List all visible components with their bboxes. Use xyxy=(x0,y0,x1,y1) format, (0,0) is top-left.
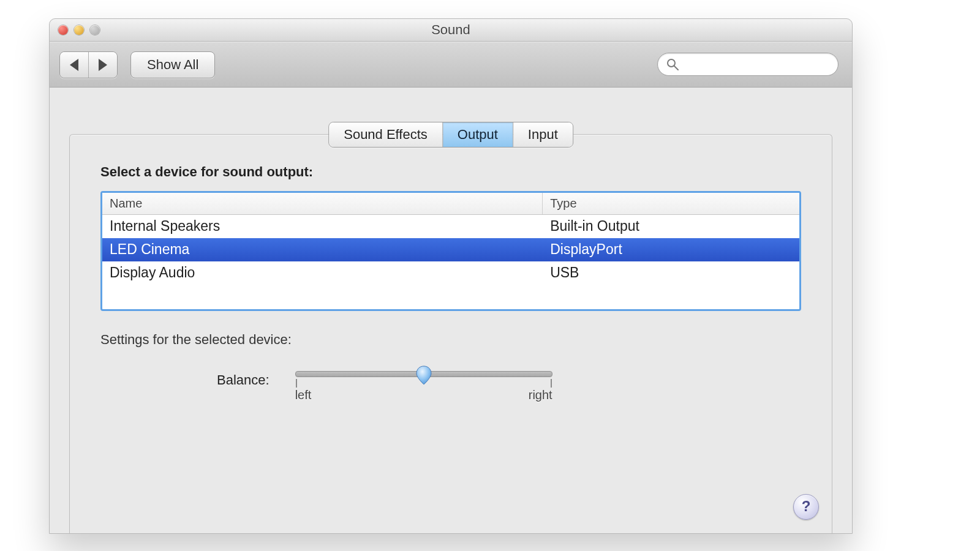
device-type: Built-in Output xyxy=(543,215,799,238)
settings-label: Settings for the selected device: xyxy=(100,332,801,348)
titlebar: Sound xyxy=(50,19,852,42)
window-controls xyxy=(58,25,100,35)
back-button[interactable] xyxy=(60,52,88,78)
svg-line-1 xyxy=(674,66,678,70)
search-icon xyxy=(666,58,679,70)
nav-buttons xyxy=(59,51,118,78)
device-name: Display Audio xyxy=(102,261,543,285)
balance-slider[interactable]: left right xyxy=(295,371,552,402)
toolbar: Show All xyxy=(50,42,852,88)
show-all-button[interactable]: Show All xyxy=(130,51,215,78)
slider-captions: left right xyxy=(295,388,552,402)
svg-point-0 xyxy=(668,59,675,67)
sound-preferences-window: Sound Show All Sound xyxy=(49,18,853,534)
device-type: DisplayPort xyxy=(543,238,799,261)
slider-tick-left xyxy=(296,379,297,388)
window-title: Sound xyxy=(50,19,852,41)
table-header: Name Type xyxy=(102,193,799,215)
tab-sound-effects[interactable]: Sound Effects xyxy=(329,122,442,147)
slider-tick-right xyxy=(551,379,552,388)
table-row[interactable]: LED Cinema DisplayPort xyxy=(102,238,799,261)
zoom-button[interactable] xyxy=(90,25,100,35)
close-button[interactable] xyxy=(58,25,68,35)
tab-segmented-control: Sound Effects Output Input xyxy=(328,122,573,148)
output-device-table: Name Type Internal Speakers Built-in Out… xyxy=(100,191,801,311)
table-row[interactable]: Internal Speakers Built-in Output xyxy=(102,215,799,238)
slider-track xyxy=(295,371,552,377)
slider-caption-left: left xyxy=(295,388,312,402)
select-device-label: Select a device for sound output: xyxy=(100,164,801,180)
chevron-left-icon xyxy=(70,59,78,71)
forward-button[interactable] xyxy=(88,52,117,78)
output-panel: Select a device for sound output: Name T… xyxy=(69,134,832,534)
slider-caption-right: right xyxy=(529,388,552,402)
content-area: Sound Effects Output Input Select a devi… xyxy=(50,88,852,534)
device-name: LED Cinema xyxy=(102,238,543,261)
slider-thumb[interactable] xyxy=(416,365,432,385)
balance-control: Balance: xyxy=(100,371,801,402)
help-button[interactable]: ? xyxy=(793,494,819,520)
minimize-button[interactable] xyxy=(74,25,84,35)
chevron-right-icon xyxy=(99,59,107,71)
column-header-name[interactable]: Name xyxy=(102,193,543,214)
table-row[interactable]: Display Audio USB xyxy=(102,261,799,285)
tab-input[interactable]: Input xyxy=(513,122,573,147)
search-field[interactable] xyxy=(657,53,839,76)
tab-output[interactable]: Output xyxy=(442,122,513,147)
balance-label: Balance: xyxy=(217,371,270,388)
table-padding xyxy=(102,285,799,309)
device-name: Internal Speakers xyxy=(102,215,543,238)
device-type: USB xyxy=(543,261,799,285)
column-header-type[interactable]: Type xyxy=(543,193,799,214)
